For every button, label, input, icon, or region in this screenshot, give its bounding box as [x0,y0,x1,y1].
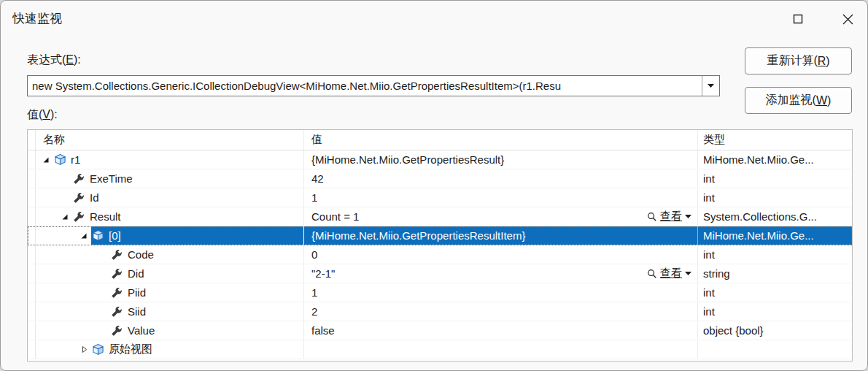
row-name: Did [128,267,144,280]
row-type: int [698,302,852,321]
row-name: [0] [109,229,121,242]
row-type: int [698,169,852,188]
view-link[interactable]: 查看 [647,267,691,280]
row-gutter [28,188,36,207]
chevron-down-icon [685,272,691,275]
row-gutter [28,245,36,264]
row-name: Siid [128,305,146,318]
row-type: string [698,264,852,283]
close-button[interactable] [837,9,859,29]
row-type: MiHome.Net.Miio.Ge... [698,226,852,245]
triangle-collapsed-icon [80,345,88,353]
row-type: int [698,188,852,207]
object-icon [53,153,66,166]
row-gutter [28,150,36,169]
row-value: 0 [311,248,317,261]
magnifier-icon [647,269,657,279]
row-gutter [28,283,36,302]
row-gutter [28,321,36,340]
row-value: {MiHome.Net.Miio.GetPropertiesResult} [311,153,504,166]
row-name: ExeTime [90,172,133,185]
quickwatch-dialog: 快速监视 表达式(E): new System.Collections.Gene… [0,0,868,371]
property-icon [72,192,85,204]
chevron-down-icon [708,84,714,88]
expander-expanded[interactable] [58,213,72,221]
row-type: System.Collections.G... [698,207,852,226]
row-gutter [28,302,36,321]
table-row[interactable]: Result Count = 1 查看 System.Collections.G… [28,207,852,226]
view-link[interactable]: 查看 [647,210,691,223]
maximize-button[interactable] [787,9,809,29]
table-row[interactable]: r1 {MiHome.Net.Miio.GetPropertiesResult}… [28,150,852,169]
grid-header: 名称 值 类型 [28,130,852,150]
row-name: Piid [128,286,146,299]
row-value: "2-1" [311,267,335,280]
expander-expanded[interactable] [77,232,91,240]
object-icon [91,229,104,242]
property-icon [110,268,123,280]
row-name: 原始视图 [109,343,152,356]
reevaluate-button[interactable]: 重新计算(R) [745,47,852,74]
row-gutter [28,340,36,359]
value-label: 值(V): [27,107,58,123]
dialog-title: 快速监视 [12,10,62,27]
row-type: int [698,283,852,302]
table-row[interactable]: Id 1 int [28,188,852,207]
property-icon [110,325,123,337]
row-value: Count = 1 [311,210,359,223]
row-name: r1 [71,153,80,166]
chevron-down-icon [685,215,691,218]
table-row[interactable]: Piid 1 int [28,283,852,302]
expression-input[interactable]: new System.Collections.Generic.ICollecti… [32,76,700,96]
expression-label: 表达式(E): [27,53,81,68]
row-gutter [28,264,36,283]
row-value: 1 [311,286,317,299]
row-type: MiHome.Net.Miio.Ge... [698,150,852,169]
triangle-expanded-icon [42,156,50,164]
watch-grid: 名称 值 类型 r1 {MiHome.Net.Miio.GetPropertie… [27,129,853,362]
row-value: 1 [311,191,317,204]
column-header-value[interactable]: 值 [304,130,698,150]
table-row[interactable]: Value false object {bool} [28,321,852,340]
property-icon [110,287,123,299]
row-type: object {bool} [698,321,852,340]
close-icon [842,13,854,26]
row-name: Result [90,210,121,223]
property-icon [72,173,85,185]
row-value: 42 [311,172,324,185]
property-icon [110,249,123,261]
row-name: Id [90,191,99,204]
column-header-name[interactable]: 名称 [36,130,304,150]
row-value: 2 [311,305,317,318]
expander-collapsed[interactable] [77,345,91,353]
row-type [698,340,852,359]
table-row[interactable]: Siid 2 int [28,302,852,321]
object-icon [91,343,104,356]
table-row[interactable]: ExeTime 42 int [28,169,852,188]
property-icon [72,211,85,223]
maximize-icon [792,13,804,25]
table-row[interactable]: 原始视图 [28,340,852,359]
row-gutter [28,169,36,188]
magnifier-icon [647,212,657,222]
property-icon [110,306,123,318]
add-watch-button[interactable]: 添加监视(W) [745,87,852,114]
column-header-type[interactable]: 类型 [698,130,852,150]
gutter-header [28,130,36,150]
row-gutter [28,207,36,226]
triangle-expanded-icon [80,232,88,240]
table-row-selected[interactable]: [0] {MiHome.Net.Miio.GetPropertiesResult… [28,226,852,245]
table-row[interactable]: Code 0 int [28,245,852,264]
row-name: Value [128,324,155,337]
expression-dropdown-button[interactable] [702,76,719,96]
row-type: int [698,245,852,264]
row-value: {MiHome.Net.Miio.GetPropertiesResultItem… [311,229,525,242]
expression-combobox[interactable]: new System.Collections.Generic.ICollecti… [27,75,720,96]
triangle-expanded-icon [61,213,69,221]
row-gutter [28,226,36,245]
expander-expanded[interactable] [39,156,53,164]
table-row[interactable]: Did "2-1" 查看 string [28,264,852,283]
row-value: false [311,324,335,337]
row-name: Code [128,248,154,261]
